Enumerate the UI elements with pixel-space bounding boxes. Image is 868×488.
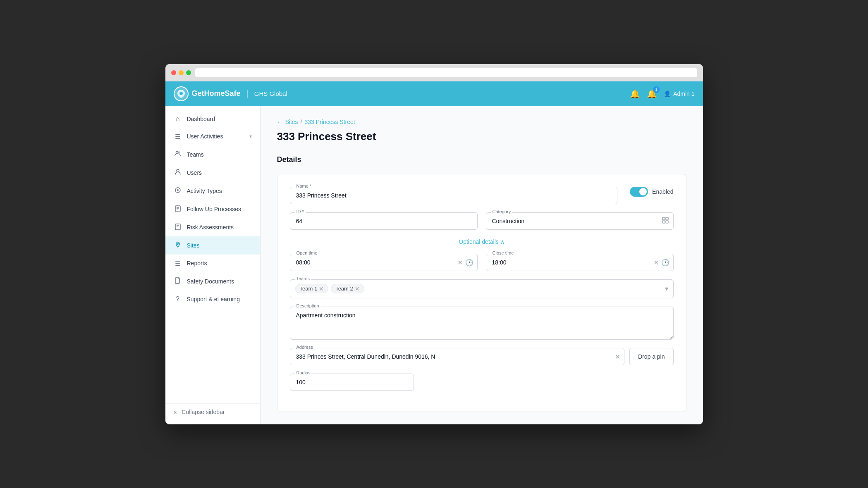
admin-icon: 👤	[664, 90, 671, 97]
team-tag-2[interactable]: Team 2 ✕	[331, 284, 364, 293]
sidebar-spacer	[165, 308, 260, 403]
remove-team-2-button[interactable]: ✕	[355, 286, 360, 292]
sidebar-item-users[interactable]: Users	[165, 164, 260, 182]
sidebar-item-activity-types[interactable]: Activity Types	[165, 182, 260, 200]
teams-input[interactable]: Team 1 ✕ Team 2 ✕ ▾	[290, 279, 674, 298]
sidebar-item-teams[interactable]: Teams	[165, 145, 260, 164]
close-dot[interactable]	[171, 70, 176, 75]
admin-label: Admin 1	[673, 90, 694, 97]
radius-input[interactable]	[290, 374, 414, 391]
org-name: GHS Global	[254, 90, 287, 97]
svg-rect-18	[662, 221, 665, 223]
radius-group: Radius	[290, 374, 414, 391]
sound-button[interactable]: 🔔	[630, 89, 640, 99]
collapse-label: Collapse sidebar	[182, 409, 225, 415]
maximize-dot[interactable]	[186, 70, 191, 75]
notification-button[interactable]: 🔔 1	[647, 89, 657, 99]
name-input[interactable]	[290, 187, 618, 204]
open-time-input[interactable]	[290, 254, 478, 271]
logo-separator: |	[246, 89, 249, 98]
id-input[interactable]	[290, 212, 478, 230]
name-field-group: Name *	[290, 187, 618, 204]
id-label: ID *	[295, 209, 306, 214]
team-1-label: Team 1	[300, 286, 318, 292]
sidebar-item-support[interactable]: ? Support & eLearning	[165, 290, 260, 308]
category-input[interactable]	[486, 212, 674, 230]
sidebar-label-follow-up: Follow Up Processes	[187, 206, 252, 212]
sidebar-item-dashboard[interactable]: ⌂ Dashboard	[165, 110, 260, 128]
time-row: Open time ✕ 🕐 Close time	[290, 254, 674, 271]
open-time-input-wrapper: ✕ 🕐	[290, 254, 478, 271]
svg-rect-19	[666, 221, 668, 223]
main-layout: ⌂ Dashboard ☰ User Activities ▾ Teams	[165, 106, 703, 424]
close-time-label: Close time	[491, 250, 516, 255]
sidebar-item-safety-documents[interactable]: Safety Documents	[165, 272, 260, 290]
activity-icon	[174, 187, 182, 195]
sidebar-item-reports[interactable]: ☰ Reports	[165, 255, 260, 272]
enabled-toggle-group: Enabled	[630, 187, 673, 197]
address-input[interactable]	[290, 348, 624, 365]
optional-details-link[interactable]: Optional details ∧	[459, 238, 504, 245]
clear-address-button[interactable]: ✕	[615, 352, 620, 360]
app: GetHomeSafe | GHS Global 🔔 🔔 1 👤 Admin 1	[165, 81, 703, 424]
logo-area: GetHomeSafe	[174, 86, 241, 101]
support-icon: ?	[174, 295, 182, 303]
sidebar-label-reports: Reports	[187, 260, 252, 267]
admin-info[interactable]: 👤 Admin 1	[664, 90, 694, 97]
reports-icon: ☰	[174, 259, 182, 267]
details-form: Name * Enabled	[277, 174, 686, 412]
enabled-label: Enabled	[652, 188, 673, 195]
chevron-up-icon: ∧	[500, 238, 505, 245]
drop-pin-button[interactable]: Drop a pin	[629, 348, 674, 365]
teams-icon	[174, 150, 182, 159]
home-icon: ⌂	[174, 115, 182, 123]
teams-label: Teams	[295, 276, 311, 281]
logo-text: GetHomeSafe	[192, 89, 241, 98]
enabled-toggle[interactable]	[630, 187, 648, 197]
sidebar-item-risk-assessments[interactable]: Risk Assessments	[165, 218, 260, 236]
risk-icon	[174, 223, 182, 231]
sidebar-item-user-activities[interactable]: ☰ User Activities ▾	[165, 128, 260, 145]
description-label: Description	[295, 303, 321, 308]
main-content: ← Sites / 333 Princess Street 333 Prince…	[261, 106, 703, 424]
name-row: Name * Enabled	[290, 187, 674, 204]
clear-close-time-button[interactable]: ✕	[653, 258, 659, 266]
category-label: Category	[491, 209, 513, 214]
close-time-input[interactable]	[486, 254, 674, 271]
sidebar-label-user-activities: User Activities	[187, 133, 244, 140]
open-time-actions: ✕ 🕐	[457, 258, 473, 266]
address-input-group: ✕ Drop a pin	[290, 348, 674, 365]
radius-label: Radius	[295, 370, 312, 375]
collapse-icon: «	[174, 409, 177, 415]
clock-open-time-icon[interactable]: 🕐	[465, 258, 473, 266]
breadcrumb-sites[interactable]: Sites	[285, 119, 298, 125]
name-label: Name *	[295, 183, 313, 188]
collapse-sidebar[interactable]: « Collapse sidebar	[165, 403, 260, 420]
clear-open-time-button[interactable]: ✕	[457, 258, 463, 266]
teams-group: Teams Team 1 ✕ Team 2 ✕ ▾	[290, 279, 674, 298]
teams-dropdown-arrow[interactable]: ▾	[665, 285, 668, 293]
minimize-dot[interactable]	[179, 70, 184, 75]
address-label: Address	[295, 345, 315, 350]
sidebar-item-follow-up-processes[interactable]: Follow Up Processes	[165, 200, 260, 218]
back-arrow[interactable]: ←	[277, 119, 283, 125]
remove-team-1-button[interactable]: ✕	[319, 286, 324, 292]
sidebar-label-support: Support & eLearning	[187, 296, 252, 302]
optional-details-toggle[interactable]: Optional details ∧	[290, 238, 674, 245]
id-field-group: ID *	[290, 212, 478, 230]
address-bar[interactable]	[195, 68, 697, 77]
sidebar-label-dashboard: Dashboard	[187, 116, 252, 122]
logo-icon	[174, 86, 189, 101]
address-row: Address ✕ Drop a pin	[290, 348, 674, 365]
breadcrumb-current: 333 Princess Street	[305, 119, 355, 125]
sidebar-item-sites[interactable]: Sites	[165, 236, 260, 255]
clock-close-time-icon[interactable]: 🕐	[661, 258, 670, 266]
sidebar-label-safety: Safety Documents	[187, 278, 252, 285]
follow-up-icon	[174, 205, 182, 213]
category-field-group: Category	[486, 212, 674, 230]
topnav-right: 🔔 🔔 1 👤 Admin 1	[630, 89, 694, 99]
optional-details-label: Optional details	[459, 238, 499, 245]
team-tag-1[interactable]: Team 1 ✕	[295, 284, 329, 293]
description-textarea[interactable]: Apartment construction	[290, 307, 674, 340]
user-icon	[174, 169, 182, 177]
